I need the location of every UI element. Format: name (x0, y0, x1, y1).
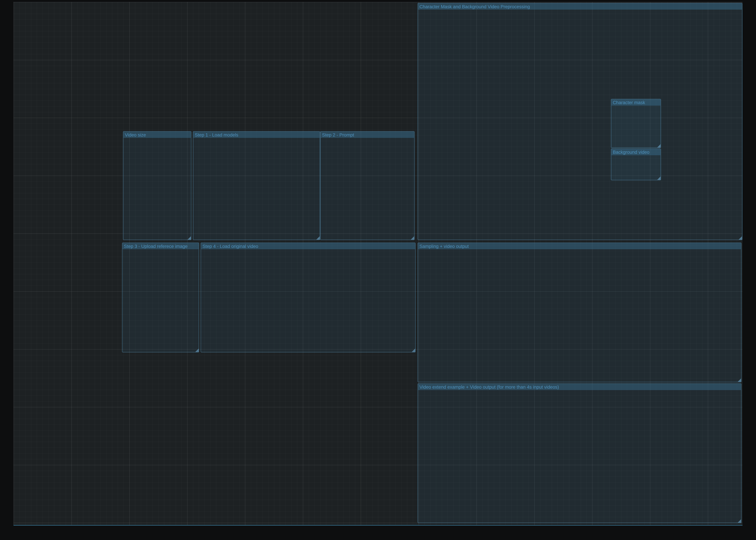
bottom-edge-strip (0, 525, 756, 540)
g-extend[interactable]: Video extend example + Video output (for… (418, 383, 741, 523)
g-step4-resize-handle[interactable] (412, 348, 415, 352)
g-step3-titlebar[interactable]: Step 3 - Upload referece image (123, 243, 198, 249)
g-video-size-resize-handle[interactable] (188, 236, 191, 240)
graph-canvas[interactable]: Video sizeStep 1 - Load modelsStep 2 - P… (0, 0, 756, 540)
g-step1[interactable]: Step 1 - Load models (193, 131, 320, 240)
left-edge-strip (0, 0, 14, 540)
right-edge-strip (742, 0, 756, 540)
g-step3-resize-handle[interactable] (195, 348, 198, 352)
g-charmask-title: Character mask (613, 100, 645, 105)
g-sampling-resize-handle[interactable] (738, 378, 741, 382)
g-step1-title: Step 1 - Load models (195, 132, 238, 137)
g-step2-title: Step 2 - Prompt (322, 132, 354, 137)
g-step3-title: Step 3 - Upload referece image (124, 243, 188, 249)
g-extend-title: Video extend example + Video output (for… (420, 384, 559, 389)
g-step4[interactable]: Step 4 - Load original video (201, 242, 416, 352)
g-extend-resize-handle[interactable] (738, 519, 741, 523)
top-edge-strip (0, 0, 756, 2)
g-step3[interactable]: Step 3 - Upload referece image (122, 242, 199, 352)
g-bgvideo-titlebar[interactable]: Background video (611, 149, 661, 155)
g-charmask[interactable]: Character mask (611, 99, 661, 148)
canvas-bottom-boundary (14, 525, 742, 525)
g-preproc-titlebar[interactable]: Character Mask and Background Video Prep… (418, 3, 742, 10)
g-bgvideo-resize-handle[interactable] (657, 177, 661, 180)
g-sampling-title: Sampling + video output (420, 243, 469, 249)
g-sampling[interactable]: Sampling + video output (418, 242, 741, 382)
g-preproc[interactable]: Character Mask and Background Video Prep… (418, 3, 742, 240)
g-step2[interactable]: Step 2 - Prompt (320, 131, 415, 240)
g-charmask-resize-handle[interactable] (657, 144, 661, 148)
g-step1-resize-handle[interactable] (316, 236, 319, 240)
g-video-size-title: Video size (125, 132, 146, 137)
g-step1-titlebar[interactable]: Step 1 - Load models (193, 132, 320, 138)
g-step4-titlebar[interactable]: Step 4 - Load original video (201, 243, 415, 249)
g-preproc-title: Character Mask and Background Video Prep… (420, 4, 530, 9)
comfyui-canvas[interactable]: Video sizeStep 1 - Load modelsStep 2 - P… (0, 0, 756, 540)
g-charmask-titlebar[interactable]: Character mask (611, 99, 661, 106)
g-bgvideo[interactable]: Background video (611, 149, 661, 181)
g-extend-titlebar[interactable]: Video extend example + Video output (for… (418, 384, 741, 390)
g-bgvideo-title: Background video (613, 150, 649, 155)
g-video-size-titlebar[interactable]: Video size (123, 132, 191, 138)
g-step2-titlebar[interactable]: Step 2 - Prompt (320, 132, 414, 138)
g-step4-title: Step 4 - Load original video (202, 243, 258, 249)
g-preproc-resize-handle[interactable] (739, 236, 742, 240)
g-sampling-titlebar[interactable]: Sampling + video output (418, 243, 741, 249)
g-step2-resize-handle[interactable] (411, 236, 414, 240)
g-video-size[interactable]: Video size (123, 131, 191, 240)
